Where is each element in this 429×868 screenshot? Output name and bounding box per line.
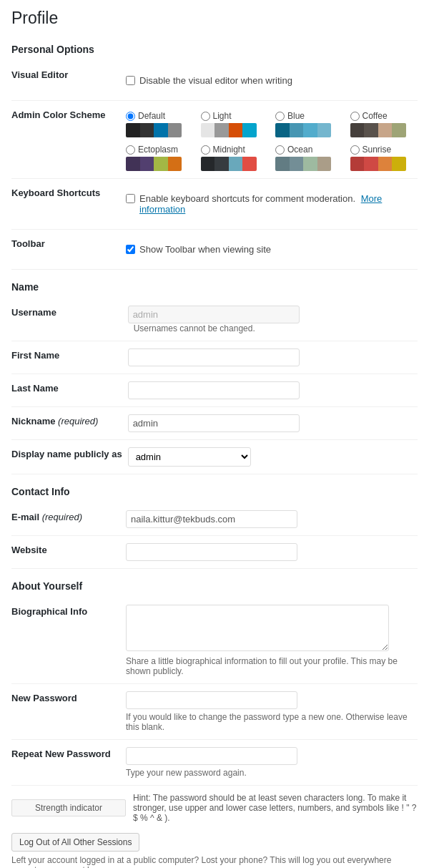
color-swatch-light <box>201 123 257 137</box>
color-option-default[interactable]: Default <box>126 111 194 137</box>
color-swatch-blue <box>275 123 331 137</box>
strength-hint: Hint: The password should be at least se… <box>133 793 418 823</box>
contact-table: E-mail (required) Website <box>11 503 418 569</box>
last-name-label: Last Name <box>11 374 128 407</box>
color-option-sunrise[interactable]: Sunrise <box>350 145 418 171</box>
color-radio-coffee[interactable] <box>350 112 360 121</box>
nickname-label: Nickname (required) <box>11 407 128 440</box>
color-scheme-label: Admin Color Scheme <box>11 101 126 179</box>
color-label-ocean: Ocean <box>287 145 312 155</box>
keyboard-shortcuts-checkbox-row: Enable keyboard shortcuts for comment mo… <box>126 186 418 222</box>
email-required: (required) <box>42 512 82 522</box>
strength-indicator-row: Strength indicator Hint: The password sh… <box>11 793 418 823</box>
bio-textarea[interactable] <box>126 605 389 651</box>
color-swatch-default <box>126 123 182 137</box>
color-radio-sunrise[interactable] <box>350 145 360 155</box>
toolbar-checkbox[interactable] <box>126 245 135 254</box>
username-label: Username <box>11 298 128 341</box>
bio-label: Biographical Info <box>11 598 126 684</box>
repeat-password-description: Type your new password again. <box>126 768 418 778</box>
repeat-password-label: Repeat New Password <box>11 740 126 786</box>
personal-options-table: Visual Editor Disable the visual editor … <box>11 61 418 270</box>
color-swatch-ectoplasm <box>126 157 182 171</box>
email-input[interactable] <box>126 510 297 528</box>
color-radio-light[interactable] <box>201 112 210 121</box>
first-name-row: First Name <box>11 341 418 374</box>
nickname-input[interactable] <box>128 414 300 432</box>
color-label-blue: Blue <box>287 111 305 121</box>
color-radio-blue[interactable] <box>275 112 285 121</box>
color-swatch-ocean <box>275 157 331 171</box>
username-row: Username Usernames cannot be changed. <box>11 298 418 341</box>
keyboard-shortcuts-row: Keyboard Shortcuts Enable keyboard short… <box>11 179 418 230</box>
profile-page: Profile Personal Options Visual Editor D… <box>0 0 429 868</box>
display-name-select[interactable]: admin <box>128 447 251 467</box>
email-row: E-mail (required) <box>11 503 418 536</box>
color-label-ectoplasm: Ectoplasm <box>138 145 178 155</box>
new-password-description: If you would like to change the password… <box>126 712 418 732</box>
website-label: Website <box>11 536 126 569</box>
keyboard-shortcuts-checkbox-label: Enable keyboard shortcuts for comment mo… <box>139 193 355 204</box>
email-label: E-mail (required) <box>11 503 126 536</box>
visual-editor-checkbox[interactable] <box>126 76 135 85</box>
repeat-password-row: Repeat New Password Type your new passwo… <box>11 740 418 786</box>
color-scheme-row: Admin Color Scheme Default <box>11 101 418 179</box>
repeat-password-input[interactable] <box>126 747 297 765</box>
section-about-yourself: About Yourself <box>11 580 418 592</box>
color-swatch-midnight <box>201 157 257 171</box>
color-scheme-grid: Default Light <box>126 111 418 171</box>
keyboard-shortcuts-label: Keyboard Shortcuts <box>11 179 126 230</box>
bio-description: Share a little biographical information … <box>126 656 418 676</box>
color-option-blue[interactable]: Blue <box>275 111 343 137</box>
visual-editor-label: Visual Editor <box>11 61 126 101</box>
color-label-coffee: Coffee <box>363 111 388 121</box>
new-password-input[interactable] <box>126 691 297 709</box>
about-table: Biographical Info Share a little biograp… <box>11 598 418 786</box>
page-title: Profile <box>11 9 418 32</box>
color-option-ocean[interactable]: Ocean <box>275 145 343 171</box>
toolbar-row: Toolbar Show Toolbar when viewing site <box>11 230 418 270</box>
display-name-label: Display name publicly as <box>11 440 128 474</box>
section-personal-options: Personal Options <box>11 44 418 55</box>
visual-editor-checkbox-row: Disable the visual editor when writing <box>126 68 418 93</box>
website-row: Website <box>11 536 418 569</box>
toolbar-checkbox-label: Show Toolbar when viewing site <box>139 244 271 255</box>
color-radio-ectoplasm[interactable] <box>126 145 135 155</box>
visual-editor-checkbox-label: Disable the visual editor when writing <box>139 75 292 86</box>
strength-indicator: Strength indicator <box>11 799 126 816</box>
logout-description: Left your account logged in at a public … <box>11 855 418 868</box>
website-input[interactable] <box>126 543 297 561</box>
username-note: Usernames cannot be changed. <box>134 323 255 333</box>
nickname-required: (required) <box>58 416 98 426</box>
color-label-light: Light <box>213 111 232 121</box>
logout-button[interactable]: Log Out of All Other Sessions <box>11 833 139 852</box>
toolbar-label: Toolbar <box>11 230 126 270</box>
bio-row: Biographical Info Share a little biograp… <box>11 598 418 684</box>
color-swatch-coffee <box>350 123 406 137</box>
toolbar-checkbox-row: Show Toolbar when viewing site <box>126 237 418 262</box>
section-contact-info: Contact Info <box>11 486 418 497</box>
username-input <box>128 306 300 323</box>
color-option-midnight[interactable]: Midnight <box>201 145 269 171</box>
color-option-coffee[interactable]: Coffee <box>350 111 418 137</box>
color-swatch-sunrise <box>350 157 406 171</box>
logout-row: Log Out of All Other Sessions Left your … <box>11 833 418 868</box>
first-name-label: First Name <box>11 341 128 374</box>
keyboard-shortcuts-checkbox[interactable] <box>126 194 135 203</box>
name-table: Username Usernames cannot be changed. Fi… <box>11 298 418 474</box>
color-label-default: Default <box>138 111 165 121</box>
new-password-row: New Password If you would like to change… <box>11 684 418 740</box>
new-password-label: New Password <box>11 684 126 740</box>
color-option-light[interactable]: Light <box>201 111 269 137</box>
last-name-input[interactable] <box>128 381 300 399</box>
color-radio-ocean[interactable] <box>275 145 285 155</box>
display-name-row: Display name publicly as admin <box>11 440 418 474</box>
first-name-input[interactable] <box>128 348 300 366</box>
color-radio-midnight[interactable] <box>201 145 210 155</box>
nickname-row: Nickname (required) <box>11 407 418 440</box>
color-option-ectoplasm[interactable]: Ectoplasm <box>126 145 194 171</box>
visual-editor-row: Visual Editor Disable the visual editor … <box>11 61 418 101</box>
last-name-row: Last Name <box>11 374 418 407</box>
color-radio-default[interactable] <box>126 112 135 121</box>
color-label-sunrise: Sunrise <box>363 145 392 155</box>
